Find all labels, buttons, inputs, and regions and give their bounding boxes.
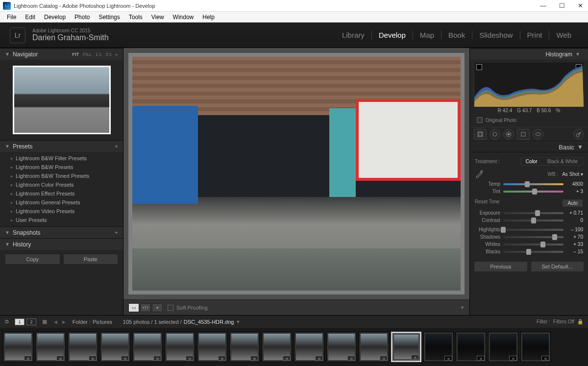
slider-blacks-slider[interactable] [503, 251, 564, 253]
slider-contrast-slider[interactable] [503, 220, 564, 221]
reset-tone-link[interactable]: Reset Tone [475, 199, 499, 207]
image-canvas[interactable] [128, 53, 465, 294]
minimize-button[interactable]: — [538, 2, 548, 9]
thumbnail[interactable]: ⊞ [165, 332, 195, 362]
preset-folder[interactable]: Lightroom B&W Presets [0, 163, 123, 171]
menu-tools[interactable]: Tools [125, 13, 147, 22]
filmstrip[interactable]: ⊞⊞⊞⊞⊞⊞⊞⊞⊞⊞⊞⊞⊞⊞⊞⊞⊞ [0, 328, 588, 366]
radial-filter-icon[interactable] [533, 129, 543, 140]
crop-tool-icon[interactable] [474, 129, 487, 140]
nav-mode-fill[interactable]: FILL [83, 52, 92, 57]
histogram-panel-header[interactable]: Histogram ▼ [470, 48, 588, 60]
preset-folder[interactable]: Lightroom Color Presets [0, 180, 123, 189]
module-print[interactable]: Print [520, 31, 550, 39]
module-book[interactable]: Book [441, 31, 472, 39]
copy-button[interactable]: Copy [5, 254, 60, 265]
add-preset-icon[interactable]: + [115, 143, 118, 150]
menu-photo[interactable]: Photo [71, 13, 94, 22]
thumbnail[interactable]: ⊞ [456, 332, 486, 362]
slider-temp-slider[interactable] [503, 183, 564, 185]
preset-folder[interactable]: User Presets [0, 216, 123, 224]
slider-whites-slider[interactable] [503, 244, 564, 245]
history-panel-header[interactable]: ▼History [0, 238, 123, 250]
thumbnail[interactable]: ⊞ [229, 332, 260, 362]
thumbnail[interactable]: ⊞ [423, 332, 454, 362]
paste-button[interactable]: Paste [63, 254, 119, 265]
menu-file[interactable]: File [3, 13, 20, 22]
thumbnail[interactable]: ⊞ [294, 332, 324, 362]
thumbnail[interactable]: ⊞ [488, 332, 518, 362]
close-button[interactable]: ✕ [576, 2, 585, 9]
module-library[interactable]: Library [335, 31, 372, 39]
histogram-canvas[interactable] [474, 62, 584, 106]
original-photo-checkbox[interactable] [477, 117, 483, 123]
folder-name[interactable]: Pictures [93, 319, 112, 325]
nav-mode-31[interactable]: 3:1 [105, 52, 112, 57]
main-window-button[interactable]: 1 [15, 318, 24, 325]
filter-lock-icon[interactable]: 🔒 [577, 319, 583, 324]
menu-settings[interactable]: Settings [95, 13, 123, 22]
thumbnail[interactable]: ⊞ [197, 332, 227, 362]
filter-select[interactable]: Filters Off [553, 319, 574, 324]
thumbnail[interactable]: ⊞ [132, 332, 163, 362]
module-map[interactable]: Map [413, 31, 441, 39]
menu-edit[interactable]: Edit [21, 13, 39, 22]
preset-folder[interactable]: Lightroom B&W Toned Presets [0, 171, 123, 180]
second-window-button[interactable]: 2 [26, 318, 36, 325]
thumbnail[interactable]: ⊞ [326, 332, 357, 362]
slider-shadows-slider[interactable] [503, 236, 564, 238]
add-snapshot-icon[interactable]: + [115, 229, 118, 236]
treatment-color[interactable]: Color [521, 158, 542, 165]
graduated-filter-icon[interactable] [517, 129, 530, 140]
grid-icon[interactable]: ▦ [42, 318, 47, 325]
module-develop[interactable]: Develop [372, 31, 413, 39]
spot-removal-icon[interactable] [490, 129, 500, 140]
snapshots-panel-header[interactable]: ▼Snapshots + [0, 226, 123, 238]
previous-button[interactable]: Previous [474, 261, 528, 272]
thumbnail[interactable]: ⊞ [262, 332, 292, 362]
toolbar-options-chevron-icon[interactable]: ▼ [460, 305, 465, 310]
presets-panel-header[interactable]: ▼Presets + [0, 140, 123, 152]
nav-forward-icon[interactable]: ► [61, 319, 67, 325]
thumbnail[interactable]: ⊞ [3, 332, 33, 362]
nav-mode-fit[interactable]: FIT [72, 52, 79, 57]
nav-mode-11[interactable]: 1:1 [96, 52, 102, 57]
before-after-chevron-icon[interactable]: ▾ [152, 303, 163, 312]
thumbnail[interactable]: ⊞ [391, 332, 421, 362]
loupe-view-icon[interactable]: ▭ [128, 303, 139, 312]
second-window-icon[interactable]: ⧉ [5, 318, 9, 325]
menu-view[interactable]: View [147, 13, 168, 22]
slider-tint-slider[interactable] [503, 191, 564, 193]
preset-folder[interactable]: Lightroom Effect Presets [0, 189, 123, 198]
treatment-bw[interactable]: Black & White [542, 158, 583, 165]
navigator-preview[interactable] [13, 66, 111, 134]
wb-dropper-icon[interactable] [475, 170, 484, 178]
soft-proof-checkbox[interactable] [168, 305, 173, 311]
thumbnail[interactable]: ⊞ [100, 332, 130, 362]
thumbnail[interactable]: ⊞ [359, 332, 389, 362]
thumbnail[interactable]: ⊞ [68, 332, 98, 362]
menu-window[interactable]: Window [169, 13, 198, 22]
set-default-button[interactable]: Set Default... [531, 261, 585, 272]
navigator-panel-header[interactable]: ▼Navigator FITFILL1:13:1▸ [0, 48, 123, 60]
thumbnail[interactable]: ⊞ [520, 332, 551, 362]
nav-back-icon[interactable]: ◄ [53, 319, 58, 325]
preset-folder[interactable]: Lightroom Video Presets [0, 207, 123, 216]
maximize-button[interactable]: ☐ [557, 2, 567, 9]
current-file[interactable]: DSC_4535-HDR.dng [184, 319, 234, 325]
slider-highlights-slider[interactable] [503, 229, 564, 231]
auto-tone-button[interactable]: Auto [562, 199, 583, 207]
module-slideshow[interactable]: Slideshow [472, 31, 520, 39]
adjustment-brush-icon[interactable] [573, 129, 584, 140]
module-web[interactable]: Web [549, 31, 578, 39]
redeye-tool-icon[interactable] [503, 129, 514, 140]
preset-folder[interactable]: Lightroom General Presets [0, 198, 123, 207]
basic-panel-header[interactable]: Basic ▼ [470, 142, 588, 152]
wb-select[interactable]: As Shot ▾ [562, 171, 583, 177]
before-after-lr-icon[interactable]: Y|Y [140, 303, 151, 312]
thumbnail[interactable]: ⊞ [35, 332, 66, 362]
preset-folder[interactable]: Lightroom B&W Filter Presets [0, 154, 123, 163]
menu-help[interactable]: Help [198, 13, 219, 22]
menu-develop[interactable]: Develop [40, 13, 70, 22]
file-chevron-icon[interactable]: ▼ [236, 319, 240, 324]
